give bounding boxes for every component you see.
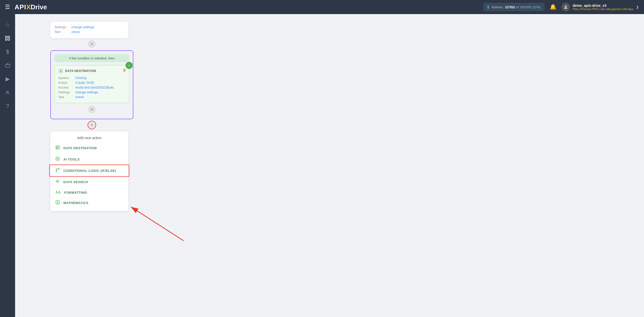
svg-rect-4 [8, 39, 10, 40]
sidebar-item-billing[interactable]: $ [2, 46, 13, 57]
actions-label: Actions: [492, 5, 503, 9]
brain-icon [55, 156, 60, 162]
add-next-action-btn[interactable]: + [88, 121, 96, 129]
sidebar: ⌂ $ ▶ ? [0, 14, 15, 317]
settings-value[interactable]: change settings [71, 25, 94, 29]
dest-access-value[interactable]: Andrii test (test20022@ukr. [75, 86, 115, 89]
user-info: demo_apix-drive_s3 Plan | Premium PRO | … [573, 4, 633, 11]
svg-rect-2 [8, 36, 10, 38]
navbar-right: ℹ Actions: 22'052 of 100'000 (22%) 🔔 dem… [483, 3, 639, 11]
logo-x-text: X [26, 3, 30, 11]
plus-connector-3: + [50, 121, 133, 129]
add-next-card: Add next action DATA DESTINATION [50, 131, 128, 211]
red-arrow-indicator [128, 202, 189, 242]
svg-line-19 [131, 207, 184, 241]
plus-connector-2: + [54, 106, 129, 113]
logo[interactable]: API X Drive [15, 3, 47, 11]
user-section[interactable]: demo_apix-drive_s3 Plan | Premium PRO | … [561, 3, 639, 11]
add-next-wrapper: Add next action DATA DESTINATION [50, 131, 133, 211]
dest-card: ✓ 1 DATA DESTINATION 🗑 System ClickUp Ac… [54, 65, 129, 103]
avatar-icon [563, 5, 568, 10]
settings-row: Settings change settings [54, 25, 124, 29]
hamburger-menu[interactable]: ☰ [5, 4, 10, 10]
user-avatar [561, 3, 570, 11]
dest-title: DATA DESTINATION [65, 69, 96, 73]
sidebar-item-help[interactable]: ? [2, 101, 13, 112]
calc-icon [55, 200, 60, 206]
menu-label-ai-tools: AI TOOLS [63, 157, 80, 161]
dest-check-icon: ✓ [126, 62, 133, 69]
actions-text: Actions: 22'052 of 100'000 (22%) [492, 5, 541, 9]
dest-settings-label: Settings [58, 90, 73, 94]
dest-header: 1 DATA DESTINATION 🗑 [58, 68, 126, 73]
actions-pct: (22%) [532, 5, 541, 9]
dest-delete-icon[interactable]: 🗑 [123, 68, 127, 72]
svg-point-11 [57, 158, 58, 160]
menu-item-mathematics[interactable]: MATHEMATICS [50, 197, 128, 209]
sidebar-item-diagram[interactable] [2, 33, 13, 44]
menu-label-mathematics: MATHEMATICS [63, 201, 89, 205]
sidebar-item-user[interactable] [2, 87, 13, 98]
logo-drive-text: Drive [31, 3, 47, 11]
svg-point-0 [565, 5, 567, 7]
purple-conditional-block: if the condition is satisfied, then ✓ 1 … [50, 50, 133, 119]
search-icon [55, 179, 60, 185]
navbar-left: ☰ API X Drive [5, 3, 47, 11]
svg-rect-5 [6, 64, 10, 67]
condition-label: if the condition is satisfied, then [54, 54, 129, 62]
dest-settings-row: Settings change settings [58, 90, 126, 94]
dest-test-label: Test [58, 95, 73, 99]
sidebar-item-home[interactable]: ⌂ [2, 19, 13, 30]
add-inside-purple-btn[interactable]: + [88, 106, 96, 113]
menu-item-data-destination[interactable]: DATA DESTINATION [50, 142, 128, 154]
text-icon: Aa [55, 190, 61, 194]
dest-action-row: Action Create TASK [58, 81, 126, 85]
table-icon [55, 145, 60, 151]
menu-item-conditional-logic[interactable]: CONDITIONAL LOGIC (IF/ELSE) [50, 165, 128, 176]
actions-of: of 100'000 [516, 5, 531, 9]
dest-settings-value[interactable]: change settings [75, 90, 98, 94]
dest-test-row: Test check [58, 95, 126, 99]
svg-rect-7 [56, 146, 59, 149]
user-name: demo_apix-drive_s3 [573, 4, 633, 8]
dest-system-label: System [58, 76, 73, 80]
dest-action-value[interactable]: Create TASK [75, 81, 94, 85]
test-label: Test [54, 30, 69, 34]
menu-label-data-search: DATA SEARCH [63, 180, 88, 184]
plus-connector-1: + [50, 40, 133, 48]
add-next-title: Add next action [50, 134, 128, 142]
top-card: Settings change settings Test check [50, 22, 128, 38]
test-row: Test check [54, 30, 124, 34]
menu-label-formatting: FORMATTING [64, 191, 87, 194]
settings-label: Settings [54, 25, 69, 29]
logo-api-text: API [15, 3, 26, 11]
test-value[interactable]: check [71, 30, 80, 34]
svg-point-6 [7, 91, 9, 93]
dest-system-value[interactable]: ClickUp [75, 76, 87, 80]
navbar: ☰ API X Drive ℹ Actions: 22'052 of 100'0… [0, 0, 644, 14]
menu-label-data-destination: DATA DESTINATION [63, 146, 97, 150]
svg-rect-1 [6, 36, 7, 38]
info-icon: ℹ [487, 4, 489, 10]
dest-system-row: System ClickUp [58, 76, 126, 80]
dest-access-row: Access Andrii test (test20022@ukr. [58, 86, 126, 89]
dest-test-value[interactable]: check [75, 95, 84, 99]
actions-count: 22'052 [505, 5, 515, 9]
menu-item-ai-tools[interactable]: AI TOOLS [50, 154, 128, 165]
sidebar-item-tools[interactable] [2, 60, 13, 71]
menu-item-data-search[interactable]: DATA SEARCH [50, 176, 128, 188]
add-between-btn-1[interactable]: + [88, 40, 96, 48]
branch-icon [55, 168, 60, 174]
main-canvas: Settings change settings Test check + if… [15, 14, 644, 317]
user-plan: Plan | Premium PRO | left until payment … [573, 8, 633, 11]
dest-action-label: Action [58, 81, 73, 85]
menu-item-formatting[interactable]: Aa FORMATTING [50, 188, 128, 197]
menu-label-conditional-logic: CONDITIONAL LOGIC (IF/ELSE) [63, 169, 116, 173]
sidebar-item-video[interactable]: ▶ [2, 73, 13, 85]
dest-number: 1 [58, 68, 63, 73]
actions-badge[interactable]: ℹ Actions: 22'052 of 100'000 (22%) [483, 3, 545, 11]
dest-access-label: Access [58, 86, 73, 89]
flow-container: Settings change settings Test check + if… [50, 22, 133, 211]
bell-icon[interactable]: 🔔 [550, 4, 556, 10]
svg-rect-3 [6, 39, 7, 40]
